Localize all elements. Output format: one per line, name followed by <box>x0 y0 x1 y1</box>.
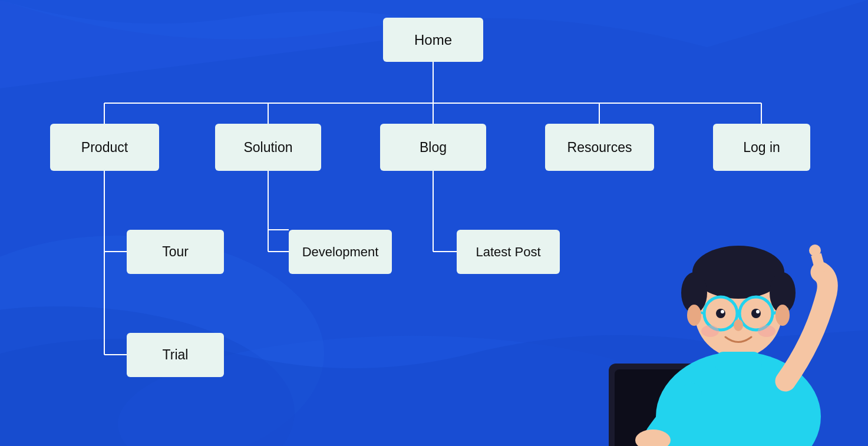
svg-rect-46 <box>715 352 762 372</box>
svg-point-34 <box>716 309 725 318</box>
person-illustration <box>562 163 868 446</box>
svg-point-44 <box>701 325 719 337</box>
svg-point-36 <box>721 310 724 313</box>
svg-point-40 <box>809 245 821 256</box>
svg-point-42 <box>687 305 701 326</box>
node-tour[interactable]: Tour <box>127 230 224 274</box>
node-solution[interactable]: Solution <box>215 124 321 171</box>
node-blog[interactable]: Blog <box>380 124 486 171</box>
svg-point-43 <box>775 305 790 326</box>
node-development[interactable]: Development <box>289 230 392 274</box>
node-trial[interactable]: Trial <box>127 333 224 377</box>
svg-point-37 <box>756 310 760 313</box>
node-home[interactable]: Home <box>383 18 483 62</box>
node-product[interactable]: Product <box>50 124 159 171</box>
svg-point-35 <box>751 309 761 318</box>
svg-point-38 <box>734 319 743 331</box>
svg-point-45 <box>758 325 775 337</box>
node-latestpost[interactable]: Latest Post <box>457 230 560 274</box>
svg-line-39 <box>816 255 821 272</box>
